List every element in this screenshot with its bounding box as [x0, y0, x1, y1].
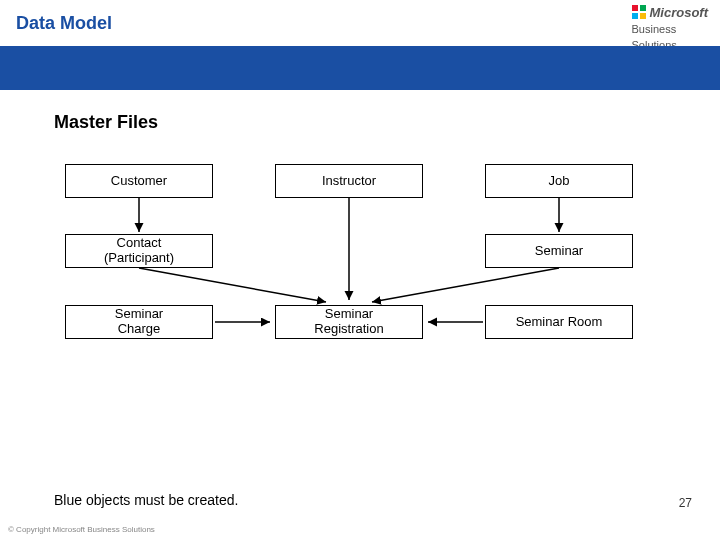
page-number: 27 — [679, 496, 692, 510]
svg-line-4 — [372, 268, 559, 302]
entity-customer: Customer — [65, 164, 213, 198]
entity-label: Seminar — [535, 244, 583, 259]
windows-flag-icon — [632, 5, 646, 19]
section-subtitle: Master Files — [54, 112, 158, 133]
microsoft-logo: Microsoft Business Solutions — [632, 4, 709, 52]
entity-seminar: Seminar — [485, 234, 633, 268]
entity-contact-participant: Contact (Participant) — [65, 234, 213, 268]
svg-line-3 — [139, 268, 326, 302]
entity-label: Seminar Room — [516, 315, 603, 330]
entity-seminar-room: Seminar Room — [485, 305, 633, 339]
entity-label: Customer — [111, 174, 167, 189]
copyright-text: © Copyright Microsoft Business Solutions — [8, 525, 155, 534]
footnote: Blue objects must be created. — [54, 492, 238, 508]
entity-label: Job — [549, 174, 570, 189]
entity-seminar-charge: Seminar Charge — [65, 305, 213, 339]
title-bar: Data Model Microsoft Business Solutions — [0, 0, 720, 46]
entity-label: Seminar Registration — [314, 307, 383, 337]
entity-job: Job — [485, 164, 633, 198]
logo-line2: Business — [632, 23, 677, 35]
entity-instructor: Instructor — [275, 164, 423, 198]
blue-band — [0, 46, 720, 90]
slide: Data Model Microsoft Business Solutions … — [0, 0, 720, 540]
entity-label: Instructor — [322, 174, 376, 189]
entity-label: Contact (Participant) — [104, 236, 174, 266]
entity-label: Seminar Charge — [115, 307, 163, 337]
slide-title: Data Model — [16, 13, 112, 34]
entity-seminar-registration: Seminar Registration — [275, 305, 423, 339]
logo-line1: Microsoft — [650, 5, 709, 20]
